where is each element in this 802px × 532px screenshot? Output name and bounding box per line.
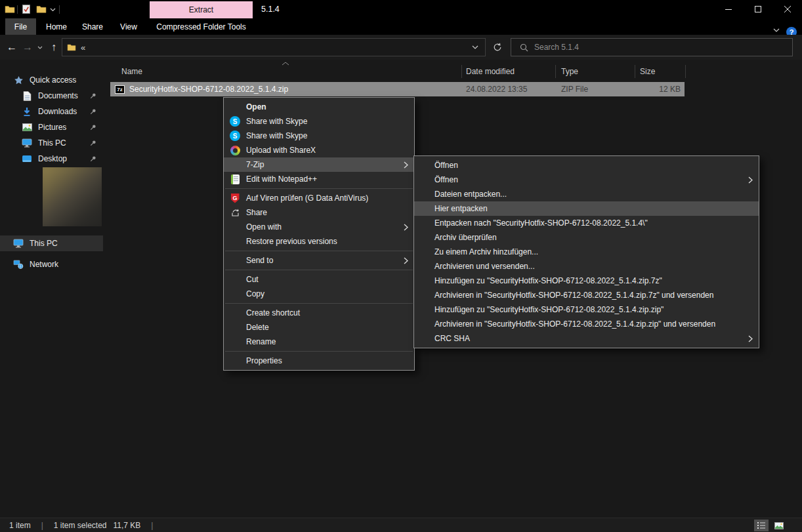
menu-item-delete[interactable]: Delete xyxy=(224,320,414,335)
menu-item-cut[interactable]: Cut xyxy=(224,272,414,287)
context-menu: Open S Share with Skype S Share with Sky… xyxy=(223,97,415,371)
recent-locations-chevron-icon[interactable] xyxy=(35,35,45,60)
column-divider[interactable] xyxy=(555,65,556,78)
pin-icon[interactable] xyxy=(90,140,96,146)
submenu-item-entpacken-nach[interactable]: Entpacken nach "SecurityHotfix-SHOP-6712… xyxy=(414,216,759,230)
tab-view[interactable]: View xyxy=(112,18,146,35)
tab-home[interactable]: Home xyxy=(40,18,73,35)
pin-icon[interactable] xyxy=(90,92,96,99)
sidebar-item-network[interactable]: Network xyxy=(0,256,103,272)
file-date-modified: 24.08.2022 13:35 xyxy=(466,85,527,94)
sidebar-item-documents[interactable]: Documents xyxy=(0,88,103,104)
menu-separator xyxy=(225,270,413,270)
submenu-chevron-icon xyxy=(748,335,753,342)
forward-button[interactable]: → xyxy=(20,35,35,60)
pin-icon[interactable] xyxy=(90,155,96,162)
submenu-item-oeffnen-2[interactable]: Öffnen xyxy=(414,173,759,187)
sidebar-item-this-pc-pinned[interactable]: This PC xyxy=(0,135,103,151)
menu-item-share-with-skype[interactable]: S Share with Skype xyxy=(224,114,414,129)
breadcrumb-overflow-icon[interactable]: « xyxy=(81,43,85,52)
pin-icon[interactable] xyxy=(90,124,96,131)
details-view-button[interactable] xyxy=(754,520,769,531)
navigation-toolbar: ← → ↑ « xyxy=(0,35,802,60)
maximize-button[interactable] xyxy=(743,0,772,18)
minimize-button[interactable] xyxy=(713,0,743,18)
menu-item-copy[interactable]: Copy xyxy=(224,287,414,301)
refresh-icon[interactable] xyxy=(490,38,505,56)
menu-item-share[interactable]: Share xyxy=(224,205,414,220)
menu-item-send-to[interactable]: Send to xyxy=(224,253,414,268)
menu-separator xyxy=(225,251,413,251)
qat-divider xyxy=(17,5,18,14)
properties-quick-icon[interactable] xyxy=(22,5,30,14)
menu-item-scan-gdata[interactable]: G Auf Viren prüfen (G Data AntiVirus) xyxy=(224,191,414,205)
ribbon-expand-chevron-icon[interactable] xyxy=(773,28,780,32)
submenu-item-hinzufuegen-7z[interactable]: Hinzufügen zu "SecurityHotfix-SHOP-6712-… xyxy=(414,274,759,288)
menu-item-edit-with-notepadpp[interactable]: Edit with Notepad++ xyxy=(224,172,414,186)
sidebar-item-downloads[interactable]: Downloads xyxy=(0,104,103,119)
tab-file[interactable]: File xyxy=(5,18,36,35)
menu-item-properties[interactable]: Properties xyxy=(224,354,414,368)
address-dropdown-chevron-icon[interactable] xyxy=(472,45,478,49)
qat-customize-chevron-icon[interactable] xyxy=(50,8,56,12)
tab-share[interactable]: Share xyxy=(75,18,110,35)
menu-item-open-with[interactable]: Open with xyxy=(224,220,414,234)
titlebar: Extract 5.1.4 xyxy=(0,0,802,18)
menu-item-7zip[interactable]: 7-Zip xyxy=(224,157,414,172)
gdata-shield-icon: G xyxy=(230,193,240,203)
menu-item-rename[interactable]: Rename xyxy=(224,335,414,349)
column-header-name[interactable]: Name xyxy=(121,64,142,79)
sidebar-item-quick-access[interactable]: Quick access xyxy=(0,72,103,88)
sidebar-item-pictures[interactable]: Pictures xyxy=(0,119,103,135)
submenu-item-archiv-ueberpruefen[interactable]: Archiv überprüfen xyxy=(414,230,759,245)
submenu-item-hier-entpacken[interactable]: Hier entpacken xyxy=(414,201,759,216)
back-button[interactable]: ← xyxy=(4,35,20,60)
column-divider[interactable] xyxy=(635,65,635,78)
submenu-item-oeffnen[interactable]: Öffnen xyxy=(414,158,759,173)
contextual-tab-extract[interactable]: Extract xyxy=(150,1,253,18)
submenu-item-archivieren-7z-versenden[interactable]: Archivieren in "SecurityHotfix-SHOP-6712… xyxy=(414,288,759,302)
column-header-type[interactable]: Type xyxy=(561,64,578,79)
tab-compressed-folder-tools[interactable]: Compressed Folder Tools xyxy=(150,18,253,35)
menu-item-upload-with-sharex[interactable]: Upload with ShareX xyxy=(224,143,414,157)
ribbon-tabs: File Home Share View Compressed Folder T… xyxy=(0,18,802,35)
submenu-item-dateien-entpacken[interactable]: Dateien entpacken... xyxy=(414,187,759,201)
selection-size: 11,7 KB xyxy=(114,521,141,530)
address-folder-icon xyxy=(67,43,76,51)
address-bar[interactable]: « xyxy=(62,38,486,56)
sidebar-item-desktop[interactable]: Desktop xyxy=(0,151,103,167)
column-divider[interactable] xyxy=(461,65,462,78)
zip-file-icon: 7z xyxy=(115,85,125,94)
new-folder-quick-icon[interactable] xyxy=(36,5,47,13)
search-icon xyxy=(520,43,528,52)
app-folder-icon xyxy=(5,5,15,13)
column-divider[interactable] xyxy=(685,65,686,78)
submenu-item-archivieren-zip-versenden[interactable]: Archivieren in "SecurityHotfix-SHOP-6712… xyxy=(414,317,759,331)
pin-icon[interactable] xyxy=(90,108,96,115)
menu-item-create-shortcut[interactable]: Create shortcut xyxy=(224,306,414,320)
menu-item-restore-previous-versions[interactable]: Restore previous versions xyxy=(224,234,414,249)
submenu-item-zu-archiv-hinzufuegen[interactable]: Zu einem Archiv hinzufügen... xyxy=(414,245,759,259)
close-button[interactable] xyxy=(772,0,802,18)
menu-separator xyxy=(225,188,413,189)
large-icons-view-button[interactable] xyxy=(772,520,786,531)
submenu-item-hinzufuegen-zip[interactable]: Hinzufügen zu "SecurityHotfix-SHOP-6712-… xyxy=(414,302,759,317)
submenu-item-archivieren-und-versenden[interactable]: Archivieren und versenden... xyxy=(414,259,759,274)
file-name: SecurityHotfix-SHOP-6712-08.2022_5.1.4.z… xyxy=(129,85,288,94)
monitor-icon xyxy=(22,138,32,148)
download-icon xyxy=(22,107,32,117)
sidebar-item-this-pc[interactable]: This PC xyxy=(0,235,103,251)
up-button[interactable]: ↑ xyxy=(46,35,62,60)
contextual-tab-label: Extract xyxy=(189,5,213,14)
submenu-item-crc-sha[interactable]: CRC SHA xyxy=(414,331,759,346)
menu-item-open[interactable]: Open xyxy=(224,100,414,114)
column-header-date-modified[interactable]: Date modified xyxy=(466,64,515,79)
submenu-chevron-icon xyxy=(748,176,753,184)
menu-separator xyxy=(225,351,413,352)
file-row-selected[interactable]: 7z SecurityHotfix-SHOP-6712-08.2022_5.1.… xyxy=(110,82,685,96)
file-size: 12 KB xyxy=(659,85,681,94)
search-input[interactable] xyxy=(534,43,792,52)
skype-icon: S xyxy=(230,131,240,141)
column-header-size[interactable]: Size xyxy=(640,64,655,79)
menu-item-share-with-skype-2[interactable]: S Share with Skype xyxy=(224,129,414,143)
